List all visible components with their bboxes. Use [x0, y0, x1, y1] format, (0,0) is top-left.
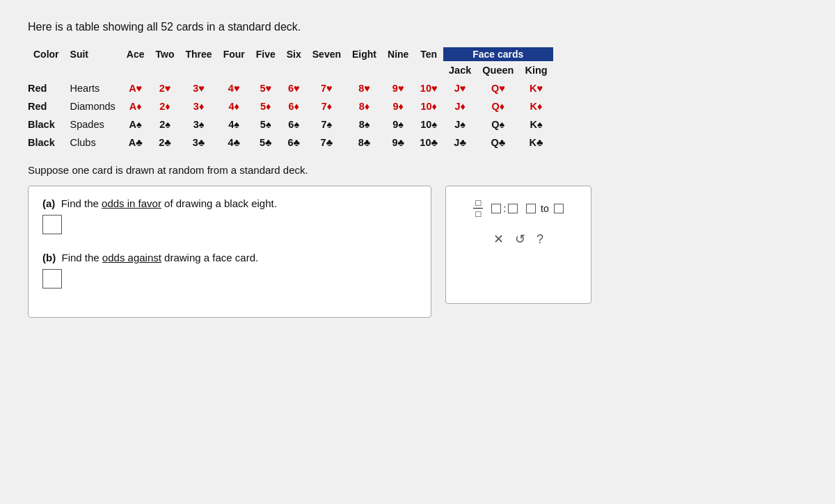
- card-cell: K♠: [519, 115, 552, 133]
- table-row: BlackClubsA♣2♣3♣4♣5♣6♣7♣8♣9♣10♣J♣Q♣K♣: [28, 133, 553, 152]
- table-row: BlackSpadesA♠2♠3♠4♠5♠6♠7♠8♠9♠10♠J♠Q♠K♠: [28, 115, 553, 133]
- suppose-text: Suppose one card is drawn at random from…: [28, 164, 807, 176]
- tools-row-1: □ □ : to: [457, 197, 580, 219]
- card-cell: K♦: [519, 97, 552, 115]
- color-cell: Black: [28, 133, 65, 152]
- card-cell: K♥: [519, 79, 552, 97]
- tools-row-2: ✕ ↺ ?: [457, 231, 580, 247]
- table-row: RedDiamondsA♦2♦3♦4♦5♦6♦7♦8♦9♦10♦J♦Q♦K♦: [28, 97, 553, 115]
- card-cell: 9♣: [382, 133, 414, 152]
- card-cell: A♠: [121, 115, 150, 133]
- card-cell: 4♦: [218, 97, 250, 115]
- question-a-input[interactable]: [42, 215, 62, 234]
- to-right-sq: [554, 204, 564, 213]
- card-cell: 8♠: [347, 115, 382, 133]
- card-cell: 9♠: [382, 115, 414, 133]
- odds-against-text: odds against: [102, 252, 161, 263]
- ace-header: Ace: [121, 47, 150, 61]
- color-cell: Red: [28, 79, 65, 97]
- eight-header: Eight: [347, 47, 382, 61]
- questions-box: (a) Find the odds in favor of drawing a …: [28, 186, 431, 318]
- card-cell: 6♠: [281, 115, 307, 133]
- table-row: RedHeartsA♥2♥3♥4♥5♥6♥7♥8♥9♥10♥J♥Q♥K♥: [28, 79, 553, 97]
- card-cell: 4♠: [218, 115, 250, 133]
- help-button[interactable]: ?: [536, 232, 543, 247]
- card-cell: K♣: [519, 133, 552, 152]
- card-cell: Q♠: [477, 115, 519, 133]
- ratio-colon-symbol: :: [503, 203, 506, 214]
- questions-panel: (a) Find the odds in favor of drawing a …: [28, 186, 807, 318]
- card-cell: J♥: [443, 79, 477, 97]
- card-cell: 2♥: [150, 79, 180, 97]
- suit-cell: Hearts: [65, 79, 121, 97]
- card-cell: 3♥: [180, 79, 218, 97]
- card-cell: 7♦: [307, 97, 347, 115]
- card-cell: 7♠: [307, 115, 347, 133]
- queen-header: Queen: [477, 61, 519, 79]
- fraction-tool[interactable]: □ □: [473, 197, 483, 219]
- ratio-to-tool[interactable]: to: [526, 203, 563, 214]
- intro-text: Here is a table showing all 52 cards in …: [28, 21, 807, 33]
- card-cell: Q♥: [477, 79, 519, 97]
- six-header: Six: [281, 47, 307, 61]
- jack-header: Jack: [443, 61, 477, 79]
- fraction-numerator: □: [473, 197, 483, 209]
- card-cell: 2♣: [150, 133, 180, 152]
- card-cell: 3♦: [180, 97, 218, 115]
- card-cell: 4♣: [218, 133, 250, 152]
- question-a: (a) Find the odds in favor of drawing a …: [42, 197, 417, 236]
- question-a-label: (a) Find the odds in favor of drawing a …: [42, 197, 417, 209]
- undo-button[interactable]: ↺: [515, 231, 525, 247]
- card-cell: 7♣: [307, 133, 347, 152]
- card-cell: 10♣: [414, 133, 443, 152]
- nine-header: Nine: [382, 47, 414, 61]
- ratio-right-sq: [508, 204, 518, 213]
- face-cards-header: Face cards: [443, 47, 553, 61]
- card-cell: 6♥: [281, 79, 307, 97]
- four-header: Four: [218, 47, 250, 61]
- card-cell: 5♠: [250, 115, 281, 133]
- card-cell: 8♣: [347, 133, 382, 152]
- suit-cell: Spades: [65, 115, 121, 133]
- card-cell: 6♦: [281, 97, 307, 115]
- question-a-prefix: (a): [42, 197, 55, 209]
- card-cell: 10♥: [414, 79, 443, 97]
- x-button[interactable]: ✕: [493, 231, 504, 247]
- question-b-input[interactable]: [42, 269, 62, 288]
- card-cell: J♣: [443, 133, 477, 152]
- question-b-label: (b) Find the odds against drawing a face…: [42, 252, 417, 263]
- three-header: Three: [180, 47, 218, 61]
- card-cell: 10♠: [414, 115, 443, 133]
- color-cell: Black: [28, 115, 65, 133]
- card-cell: 8♦: [347, 97, 382, 115]
- question-b-prefix: (b): [42, 252, 56, 263]
- card-cell: 3♣: [180, 133, 218, 152]
- ten-header: Ten: [414, 47, 443, 61]
- five-header: Five: [250, 47, 281, 61]
- card-cell: 2♦: [150, 97, 180, 115]
- to-label: to: [538, 203, 551, 214]
- seven-header: Seven: [307, 47, 347, 61]
- card-cell: Q♣: [477, 133, 519, 152]
- question-b: (b) Find the odds against drawing a face…: [42, 252, 417, 291]
- card-cell: 5♣: [250, 133, 281, 152]
- card-cell: 9♦: [382, 97, 414, 115]
- two-header: Two: [150, 47, 180, 61]
- card-cell: 7♥: [307, 79, 347, 97]
- color-cell: Red: [28, 97, 65, 115]
- card-cell: 10♦: [414, 97, 443, 115]
- card-cell: J♠: [443, 115, 477, 133]
- card-cell: A♥: [121, 79, 150, 97]
- card-cell: J♦: [443, 97, 477, 115]
- card-table-container: Color Suit Ace Two Three Four Five Six S…: [28, 47, 807, 152]
- suit-cell: Clubs: [65, 133, 121, 152]
- card-cell: 6♣: [281, 133, 307, 152]
- card-cell: 8♥: [347, 79, 382, 97]
- to-left-sq: [526, 204, 536, 213]
- fraction-denominator: □: [473, 209, 483, 219]
- card-cell: 2♠: [150, 115, 180, 133]
- color-header: Color: [28, 47, 65, 61]
- tools-panel: □ □ : to ✕ ↺ ?: [445, 186, 591, 304]
- card-cell: 4♥: [218, 79, 250, 97]
- ratio-colon-tool[interactable]: :: [491, 203, 518, 214]
